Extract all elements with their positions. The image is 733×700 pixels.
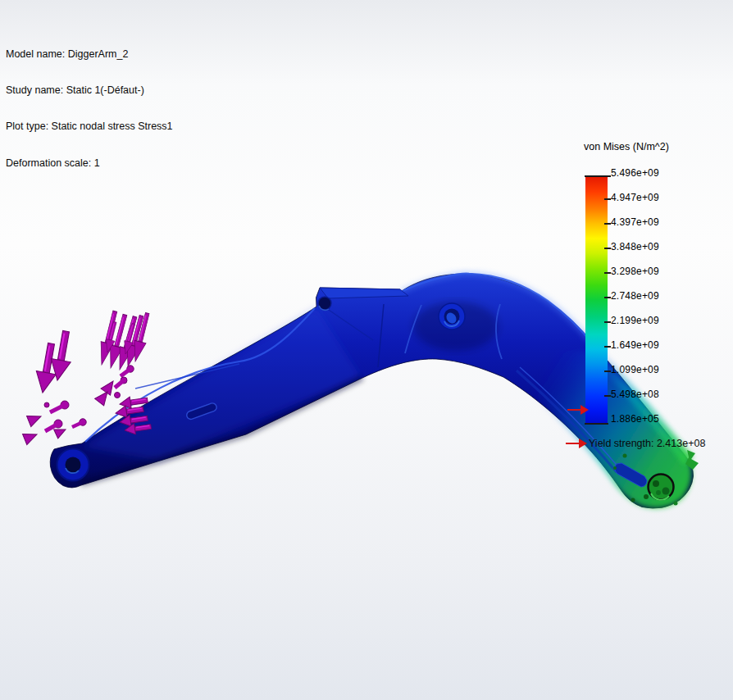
yield-marker-arrow-icon: [567, 405, 590, 415]
legend-tick: [604, 346, 611, 348]
arrow-shaft: [566, 443, 580, 444]
legend-tick: [604, 248, 611, 249]
knee-pivot-boss[interactable]: [439, 303, 465, 330]
legend-tick-label: 2.199e+09: [611, 308, 726, 333]
deformation-scale-line: Deformation scale: 1: [6, 157, 173, 170]
left-pivot-boss[interactable]: [57, 449, 89, 481]
legend-tick-label: 4.947e+09: [611, 185, 726, 210]
legend-tick: [604, 198, 611, 200]
legend-tick-label: 2.748e+09: [611, 284, 726, 308]
tip-hole-spot-2: [662, 488, 670, 495]
plot-info-block: Model name: DiggerArm_2 Study name: Stat…: [6, 24, 173, 193]
cad-viewport: Model name: DiggerArm_2 Study name: Stat…: [0, 0, 733, 700]
load-arrows[interactable]: [23, 310, 153, 445]
legend-tick-label: 4.397e+09: [611, 210, 726, 234]
legend-tick: [604, 297, 611, 298]
pin-load-arrows[interactable]: [23, 401, 87, 444]
legend-tick-label: 5.498e+08: [611, 382, 726, 407]
stress-colorbar[interactable]: [585, 177, 608, 423]
legend-title: von Mises (N/m^2): [584, 141, 669, 152]
legend-tick-label: 1.886e+05: [611, 407, 726, 431]
legend-tick: [604, 395, 611, 397]
legend-tick-label: 1.099e+09: [611, 357, 726, 382]
tip-hole-spot-1: [653, 480, 659, 487]
legend-tick: [585, 175, 611, 177]
legend-tick: [604, 321, 611, 323]
legend-tick: [604, 370, 611, 372]
study-name-line: Study name: Static 1(-Défaut-): [6, 84, 173, 97]
arrow-head: [580, 405, 589, 415]
yield-label-arrow-icon: [566, 439, 589, 448]
plot-type-line: Plot type: Static nodal stress Stress1: [6, 120, 173, 133]
legend-labels: 5.496e+09 4.947e+09 4.397e+09 3.848e+09 …: [611, 161, 726, 431]
model-name-line: Model name: DiggerArm_2: [6, 48, 173, 61]
legend-tick-label: 1.649e+09: [611, 333, 726, 357]
tip-pivot-hole[interactable]: [649, 475, 674, 500]
arrow-shaft: [567, 409, 581, 411]
legend-tick: [604, 223, 611, 225]
legend-tick: [585, 423, 608, 425]
tip-hole-spot-3: [656, 490, 661, 495]
yield-strength-label: Yield strength: 2.413e+08: [589, 438, 705, 449]
force-arrow-large-group[interactable]: [33, 330, 75, 394]
legend-tick: [604, 272, 611, 274]
stress-legend[interactable]: von Mises (N/m^2) 5.496e+09 4.947e+09 4.…: [564, 138, 730, 466]
distributed-load-arrow-fan[interactable]: [96, 310, 153, 371]
legend-tick-label: 5.496e+09: [611, 161, 726, 185]
arrow-head: [579, 439, 587, 448]
legend-tick-label: 3.848e+09: [611, 234, 726, 259]
legend-tick-label: 3.298e+09: [611, 259, 726, 284]
